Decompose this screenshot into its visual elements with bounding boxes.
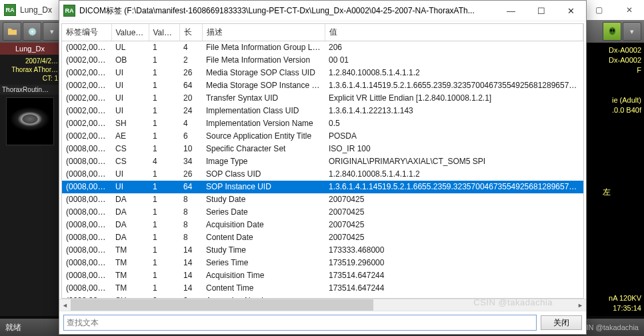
cell-val: 173514.647244 [325, 282, 583, 295]
cell-vm: 1 [149, 168, 179, 181]
cell-vr: CS [111, 143, 149, 155]
cell-val: 0.5 [325, 117, 583, 130]
close-dialog-button[interactable]: 关闭 [541, 315, 582, 330]
cell-vr: UL [111, 41, 149, 55]
scroll-right-icon[interactable]: ► [575, 299, 586, 311]
tags-grid[interactable]: 标签编号 Value ... Valu... 长 描述 值 (0002,0000… [61, 23, 584, 299]
col-tag[interactable]: 标签编号 [62, 24, 111, 41]
dialog-icon: RA [63, 5, 75, 17]
cell-val: 20070425 [325, 219, 583, 231]
cell-len: 4 [179, 41, 202, 55]
cell-t: (0002,0000) [62, 41, 111, 55]
table-row[interactable]: (0008,0032)TM114Acquisition Time173514.6… [62, 269, 583, 282]
col-vm[interactable]: Valu... [149, 24, 179, 41]
cell-t: (0002,0003) [62, 79, 111, 92]
table-row[interactable]: (0002,0010)UI120Transfer Syntax UIDExpli… [62, 92, 583, 105]
scroll-track[interactable] [71, 299, 575, 311]
cell-len: 34 [179, 155, 202, 168]
cell-t: (0008,0031) [62, 257, 111, 269]
dialog-title: DICOM标签 (F:\Data\manifest-1608669183333\… [79, 5, 496, 17]
cell-len: 14 [179, 257, 202, 269]
cell-vr: DA [111, 231, 149, 244]
status-text: 就绪 [5, 322, 21, 333]
cell-t: (0008,0033) [62, 282, 111, 295]
alien-icon[interactable] [603, 22, 621, 41]
dicom-tags-dialog: RA DICOM标签 (F:\Data\manifest-16086691833… [59, 0, 587, 335]
table-row[interactable]: (0008,0018)UI164SOP Instance UID1.3.6.1.… [62, 181, 583, 193]
cell-vm: 1 [149, 244, 179, 257]
cell-vm: 1 [149, 206, 179, 219]
cell-desc: SOP Instance UID [202, 181, 325, 193]
dialog-close-button[interactable]: ✕ [556, 1, 586, 21]
cell-val: 00 01 [325, 54, 583, 67]
table-row[interactable]: (0002,0016)AE16Source Application Entity… [62, 130, 583, 143]
cell-val: 1.2.840.10008.5.1.4.1.1.2 [325, 67, 583, 79]
svg-point-3 [610, 29, 612, 31]
svg-point-2 [609, 27, 615, 34]
cell-desc: Specific Character Set [202, 143, 325, 155]
table-row[interactable]: (0002,0012)UI124Implementation Class UID… [62, 105, 583, 117]
horizontal-scrollbar[interactable]: ◄ ► [59, 299, 586, 311]
table-row[interactable]: (0008,0016)UI126SOP Class UID1.2.840.100… [62, 168, 583, 181]
cell-vm: 1 [149, 269, 179, 282]
cell-vr: DA [111, 193, 149, 206]
table-row[interactable]: (0008,0031)TM114Series Time173519.296000 [62, 257, 583, 269]
cell-val: 1.3.6.1.4.1.14519.5.2.1.6655.2359.323570… [325, 181, 583, 193]
overlay-top-right: Dx-A0002 Dx-A0002 F ie (Adult) .0.0 B40f [581, 45, 641, 115]
cell-vm: 1 [149, 193, 179, 206]
table-row[interactable]: (0002,0001)OB12File Meta Information Ver… [62, 54, 583, 67]
cell-desc: Accession Number [202, 295, 325, 299]
cell-desc: Media Storage SOP Class UID [202, 67, 325, 79]
cell-vr: AE [111, 130, 149, 143]
cell-vm: 1 [149, 79, 179, 92]
series-panel[interactable]: Lung_Dx 2007/4/2… Thorax AThor… CT: 1 Th… [0, 43, 60, 316]
cell-desc: Implementation Class UID [202, 105, 325, 117]
table-row[interactable]: (0008,0005)CS110Specific Character SetIS… [62, 143, 583, 155]
col-desc[interactable]: 描述 [202, 24, 325, 41]
dialog-minimize-button[interactable]: — [496, 1, 526, 21]
cell-vm: 1 [149, 67, 179, 79]
cell-desc: Content Time [202, 282, 325, 295]
cell-vm: 0 [149, 295, 179, 299]
table-row[interactable]: (0008,0008)CS434Image TypeORIGINAL\PRIMA… [62, 155, 583, 168]
cell-val: 20070425 [325, 231, 583, 244]
scroll-left-icon[interactable]: ◄ [59, 299, 71, 311]
disc-icon[interactable] [23, 22, 41, 41]
table-row[interactable]: (0002,0013)SH14Implementation Version Na… [62, 117, 583, 130]
cell-val: ORIGINAL\PRIMARY\AXIAL\CT_SOM5 SPI [325, 155, 583, 168]
cell-t: (0008,0021) [62, 206, 111, 219]
table-row[interactable]: (0008,0021)DA18Series Date20070425 [62, 206, 583, 219]
cell-t: (0008,0020) [62, 193, 111, 206]
scroll-thumb[interactable] [71, 299, 373, 311]
col-val[interactable]: 值 [325, 24, 583, 41]
series-thumbnail[interactable] [6, 97, 54, 145]
col-vr[interactable]: Value ... [111, 24, 149, 41]
dialog-maximize-button[interactable]: ☐ [526, 1, 556, 21]
open-folder-icon[interactable] [3, 22, 21, 41]
table-row[interactable]: (0002,0000)UL14File Meta Information Gro… [62, 41, 583, 55]
cell-vr: DA [111, 219, 149, 231]
cell-len: 64 [179, 79, 202, 92]
table-row[interactable]: (0002,0002)UI126Media Storage SOP Class … [62, 67, 583, 79]
table-row[interactable]: (0002,0003)UI164Media Storage SOP Instan… [62, 79, 583, 92]
table-row[interactable]: (0008,0050)SH00Accession Number [62, 295, 583, 299]
table-row[interactable]: (0008,0030)TM114Study Time173333.468000 [62, 244, 583, 257]
col-len[interactable]: 长 [179, 24, 202, 41]
search-input[interactable] [63, 315, 537, 331]
cell-len: 24 [179, 105, 202, 117]
table-row[interactable]: (0008,0022)DA18Acquisition Date20070425 [62, 219, 583, 231]
maximize-button[interactable]: ▢ [584, 1, 614, 19]
table-header-row[interactable]: 标签编号 Value ... Valu... 长 描述 值 [62, 24, 583, 41]
cell-desc: Acquisition Time [202, 269, 325, 282]
table-row[interactable]: (0008,0023)DA18Content Date20070425 [62, 231, 583, 244]
cell-t: (0008,0005) [62, 143, 111, 155]
dropdown2-icon[interactable]: ▾ [623, 22, 641, 41]
dialog-titlebar[interactable]: RA DICOM标签 (F:\Data\manifest-16086691833… [59, 1, 586, 21]
cell-desc: File Meta Information Group Length [202, 41, 325, 55]
cell-len: 0 [179, 295, 202, 299]
cell-vm: 1 [149, 231, 179, 244]
table-row[interactable]: (0008,0020)DA18Study Date20070425 [62, 193, 583, 206]
thumb-header: ThoraxRoutin… [0, 85, 60, 95]
close-button[interactable]: ✕ [614, 1, 644, 19]
table-row[interactable]: (0008,0033)TM114Content Time173514.64724… [62, 282, 583, 295]
